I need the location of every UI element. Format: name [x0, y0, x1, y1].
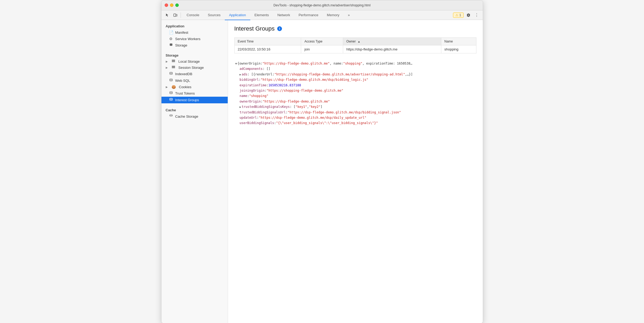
expand-arrow-cookies: ▶ [166, 86, 169, 88]
expand-ads[interactable]: ▶ [240, 72, 241, 77]
web-sql-icon [169, 78, 173, 83]
info-icon[interactable]: i [277, 26, 282, 31]
json-line-joining-origin: joiningOrigin : "https://shopping-fledge… [234, 88, 476, 93]
tab-performance[interactable]: Performance [294, 11, 322, 20]
cursor-icon[interactable] [164, 11, 171, 19]
titlebar: DevTools - shopping-fledge-demo.glitch.m… [161, 0, 483, 10]
warning-count: 1 [459, 13, 461, 17]
expand-trusted-bidding-keys[interactable]: ▶ [240, 105, 241, 109]
sidebar-section-cache: Cache [161, 107, 228, 113]
col-owner[interactable]: Owner ▲ [343, 38, 441, 45]
device-toggle-icon[interactable] [172, 11, 179, 19]
table-header-row: Event Time Access Type Owner ▲ Name [234, 38, 476, 45]
json-line-owner-origin: ownerOrigin : "https://dsp-fledge-demo.g… [234, 99, 476, 104]
toolbar-divider [181, 12, 181, 18]
sidebar-item-local-storage[interactable]: ▶ Local Storage [161, 58, 228, 65]
sidebar-item-web-sql[interactable]: Web SQL [161, 77, 228, 84]
toolbar: Console Sources Application Elements Net… [161, 10, 483, 20]
warning-badge[interactable]: ⚠ 1 [453, 12, 464, 18]
col-name[interactable]: Name [441, 38, 476, 45]
svg-point-10 [170, 79, 172, 80]
devtools-window: DevTools - shopping-fledge-demo.glitch.m… [161, 0, 483, 323]
svg-point-9 [170, 72, 172, 73]
svg-point-13 [170, 115, 172, 116]
toolbar-tabs: Console Sources Application Elements Net… [182, 10, 452, 20]
service-workers-icon: ⚙ [169, 37, 173, 41]
tab-memory[interactable]: Memory [323, 11, 344, 20]
cookies-icon: 🍪 [172, 85, 176, 89]
svg-rect-1 [176, 14, 177, 16]
maximize-button[interactable] [175, 3, 179, 7]
sidebar-section-application: Application [161, 23, 228, 29]
svg-rect-5 [172, 62, 175, 62]
close-button[interactable] [165, 3, 168, 7]
minimize-button[interactable] [170, 3, 173, 7]
cell-name: shopping [441, 45, 476, 53]
cell-access-type: join [301, 45, 343, 53]
cell-event-time: 22/03/2022, 10:50:16 [234, 45, 301, 53]
svg-rect-6 [172, 66, 175, 67]
tab-sources[interactable]: Sources [203, 11, 225, 20]
sidebar-item-service-workers[interactable]: ⚙ Service Workers [161, 36, 228, 42]
table-row[interactable]: 22/03/2022, 10:50:16 join https://dsp-fl… [234, 45, 476, 53]
interest-groups-icon [169, 98, 173, 102]
sidebar-item-cookies[interactable]: ▶ 🍪 Cookies [161, 84, 228, 90]
page-title: Interest Groups [234, 25, 275, 32]
cache-storage-icon [169, 114, 173, 119]
tab-application[interactable]: Application [225, 11, 250, 20]
warning-icon: ⚠ [455, 13, 458, 17]
json-line-ads[interactable]: ▶ ads : [{renderUrl: "https://shopping-f… [234, 72, 476, 77]
tab-more[interactable]: » [344, 11, 354, 20]
svg-point-12 [170, 98, 172, 99]
svg-rect-3 [172, 60, 175, 61]
trust-tokens-icon [169, 91, 173, 96]
json-line-trusted-bidding-url: trustedBiddingSignalsUrl : "https://dsp-… [234, 110, 476, 115]
tab-console[interactable]: Console [182, 11, 204, 20]
sidebar-item-indexeddb[interactable]: IndexedDB [161, 71, 228, 77]
sidebar-item-interest-groups[interactable]: Interest Groups [161, 97, 228, 103]
sidebar-item-session-storage[interactable]: ▶ Session Storage [161, 65, 228, 71]
sidebar-item-storage[interactable]: Storage [161, 42, 228, 49]
json-line-update-url: updateUrl : "https://dsp-fledge-demo.gli… [234, 115, 476, 120]
svg-rect-8 [172, 68, 175, 69]
tab-network[interactable]: Network [273, 11, 294, 20]
manifest-icon: 📄 [169, 30, 173, 35]
settings-icon[interactable] [465, 11, 472, 19]
sidebar-item-manifest[interactable]: 📄 Manifest [161, 29, 228, 36]
toolbar-right: ⚠ 1 ⋮ [453, 11, 481, 19]
json-line-user-bidding-signals: userBiddingSignals : "{\"user_bidding_si… [234, 120, 476, 126]
page-title-row: Interest Groups i [234, 25, 476, 32]
json-line-expiration-time: expirationTime : 1650538216.837188 [234, 83, 476, 88]
svg-rect-4 [172, 61, 175, 62]
session-storage-icon [172, 66, 175, 70]
main-layout: Application 📄 Manifest ⚙ Service Workers… [161, 20, 483, 323]
interest-groups-table: Event Time Access Type Owner ▲ Name [234, 37, 476, 53]
svg-rect-0 [174, 14, 176, 16]
json-viewer: ▼ { ownerOrigin: "https://dsp-fledge-dem… [234, 59, 476, 128]
tab-elements[interactable]: Elements [250, 11, 273, 20]
json-line-bidding-url: biddingUrl : "https://dsp-fledge-demo.gl… [234, 77, 476, 82]
cell-owner: https://dsp-fledge-demo.glitch.me [343, 45, 441, 53]
sidebar-item-cache-storage[interactable]: Cache Storage [161, 113, 228, 120]
local-storage-icon [172, 60, 175, 63]
storage-icon [169, 43, 173, 48]
expand-arrow-session-storage: ▶ [166, 66, 169, 69]
svg-point-11 [170, 92, 172, 92]
sidebar-item-trust-tokens[interactable]: Trust Tokens [161, 90, 228, 97]
window-controls [165, 3, 179, 7]
json-line-trusted-bidding-keys[interactable]: ▶ trustedBiddingSignalsKeys : [ "key1" ,… [234, 104, 476, 109]
json-line-root[interactable]: ▼ { ownerOrigin: "https://dsp-fledge-dem… [234, 61, 476, 66]
window-title: DevTools - shopping-fledge-demo.glitch.m… [273, 3, 371, 7]
svg-rect-7 [172, 67, 175, 68]
sort-arrow-owner: ▲ [358, 40, 360, 43]
json-line-name: name : "shopping" [234, 93, 476, 99]
expand-root[interactable]: ▼ [235, 61, 237, 66]
indexeddb-icon [169, 72, 173, 76]
col-event-time[interactable]: Event Time [234, 38, 301, 45]
sidebar: Application 📄 Manifest ⚙ Service Workers… [161, 20, 228, 323]
content-area: Interest Groups i Event Time Access Type… [228, 20, 483, 323]
json-line-adcomponents: adComponents : [] [234, 66, 476, 71]
more-options-icon[interactable]: ⋮ [473, 11, 481, 19]
col-access-type[interactable]: Access Type [301, 38, 343, 45]
sidebar-section-storage: Storage [161, 52, 228, 58]
